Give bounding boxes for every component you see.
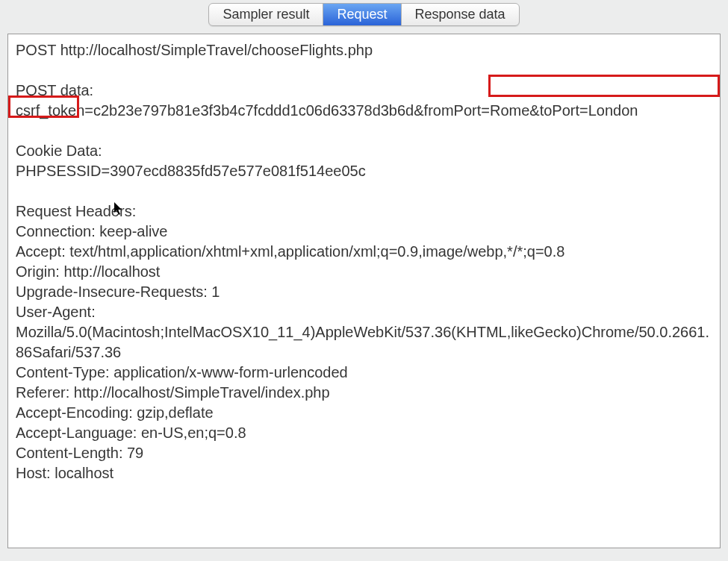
header-referer: Referer: http://localhost/SimpleTravel/i…	[16, 383, 712, 403]
header-connection: Connection: keep-alive	[16, 222, 712, 242]
header-content-type: Content-Type: application/x-www-form-url…	[16, 363, 712, 383]
post-data-highlighted-1: fromPort=Rome&toPort=L	[424, 102, 597, 119]
request-content-panel: POST http://localhost/SimpleTravel/choos…	[7, 34, 721, 548]
cookie-data-label: Cookie Data:	[16, 141, 712, 161]
tab-sampler-result[interactable]: Sampler result	[209, 4, 323, 25]
tabs-bar: Sampler result Request Response data	[0, 0, 728, 34]
post-data-line: csrf_token=c2b23e797b81e3f3b4c7fcddd1c06…	[16, 101, 712, 121]
header-accept: Accept: text/html,application/xhtml+xml,…	[16, 242, 712, 262]
post-data-prefix: csrf_token=c2b23e797b81e3f3b4c7fcddd1c06…	[16, 102, 424, 119]
header-accept-encoding: Accept-Encoding: gzip,deflate	[16, 403, 712, 423]
post-data-label: POST data:	[16, 81, 712, 101]
request-method-url: POST http://localhost/SimpleTravel/choos…	[16, 40, 712, 60]
tab-response-data[interactable]: Response data	[402, 4, 519, 25]
header-accept-language: Accept-Language: en-US,en;q=0.8	[16, 423, 712, 443]
header-user-agent-label: User-Agent:	[16, 302, 712, 322]
header-host: Host: localhost	[16, 463, 712, 483]
spacer	[16, 60, 712, 81]
tabs-group: Sampler result Request Response data	[208, 3, 519, 26]
header-upgrade-insecure-requests: Upgrade-Insecure-Requests: 1	[16, 282, 712, 302]
header-content-length: Content-Length: 79	[16, 443, 712, 463]
request-headers-label: Request Headers:	[16, 201, 712, 222]
spacer	[16, 121, 712, 141]
cookie-data-value: PHPSESSID=3907ecd8835fd57e577e081f514ee0…	[16, 161, 712, 181]
spacer	[16, 181, 712, 201]
post-data-highlighted-2: ondon	[597, 102, 638, 119]
tab-request[interactable]: Request	[323, 4, 401, 25]
header-origin: Origin: http://localhost	[16, 262, 712, 282]
header-user-agent-value: Mozilla/5.0(Macintosh;IntelMacOSX10_11_4…	[16, 322, 712, 363]
